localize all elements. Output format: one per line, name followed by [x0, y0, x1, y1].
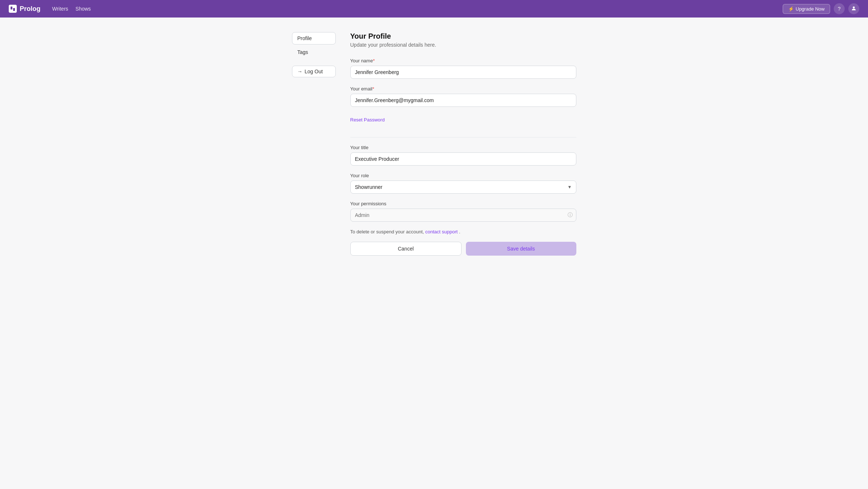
role-select-wrapper: Showrunner Writer Producer Director ▼: [350, 181, 576, 194]
help-icon: ?: [838, 6, 841, 12]
page-layout: Profile Tags → Log Out Your Profile Upda…: [270, 18, 598, 270]
reset-password-link[interactable]: Reset Password: [350, 117, 385, 123]
upgrade-button[interactable]: ⚡ Upgrade Now: [783, 4, 830, 14]
help-button[interactable]: ?: [834, 3, 845, 14]
name-required: *: [373, 58, 375, 63]
logout-icon: →: [297, 69, 303, 74]
email-input[interactable]: [350, 94, 576, 107]
permissions-label: Your permissions: [350, 201, 576, 206]
email-field-group: Your email*: [350, 86, 576, 107]
permissions-field-group: Your permissions ⓘ: [350, 201, 576, 222]
role-label: Your role: [350, 173, 576, 178]
logout-button[interactable]: → Log Out: [292, 66, 336, 77]
name-label: Your name*: [350, 58, 576, 63]
brand-icon: [9, 5, 17, 13]
profile-heading: Your Profile: [350, 32, 576, 40]
nav-links: Writers Shows: [52, 6, 771, 12]
upgrade-label: Upgrade Now: [796, 6, 825, 12]
contact-support-link[interactable]: contact support: [425, 229, 458, 234]
form-actions: Cancel Save details: [350, 242, 576, 256]
navbar: Prolog Writers Shows ⚡ Upgrade Now ?: [0, 0, 868, 18]
logout-label: Log Out: [305, 69, 323, 74]
upgrade-icon: ⚡: [788, 6, 794, 12]
svg-rect-1: [13, 8, 15, 11]
delete-notice: To delete or suspend your account, conta…: [350, 229, 576, 234]
email-required: *: [372, 86, 374, 92]
divider: [350, 137, 576, 137]
role-field-group: Your role Showrunner Writer Producer Dir…: [350, 173, 576, 194]
permissions-input: [350, 209, 576, 222]
sidebar: Profile Tags → Log Out: [292, 32, 336, 256]
cancel-button[interactable]: Cancel: [350, 242, 462, 256]
nav-link-writers[interactable]: Writers: [52, 6, 68, 12]
title-input[interactable]: [350, 152, 576, 166]
name-field-group: Your name*: [350, 58, 576, 79]
user-icon: [851, 5, 857, 12]
user-button[interactable]: [848, 3, 859, 14]
title-label: Your title: [350, 145, 576, 150]
save-button[interactable]: Save details: [466, 242, 576, 256]
nav-link-shows[interactable]: Shows: [75, 6, 91, 12]
main-content: Your Profile Update your professional de…: [350, 32, 576, 256]
brand-logo[interactable]: Prolog: [9, 5, 40, 13]
profile-subheading: Update your professional details here.: [350, 42, 576, 48]
sidebar-item-profile[interactable]: Profile: [292, 32, 336, 44]
nav-right: ⚡ Upgrade Now ?: [783, 3, 860, 14]
info-icon[interactable]: ⓘ: [568, 212, 573, 218]
title-field-group: Your title: [350, 145, 576, 166]
email-label: Your email*: [350, 86, 576, 92]
name-input[interactable]: [350, 66, 576, 79]
sidebar-item-tags[interactable]: Tags: [292, 46, 336, 58]
svg-point-2: [853, 6, 855, 8]
brand-name: Prolog: [20, 5, 40, 13]
svg-rect-0: [11, 7, 12, 9]
permissions-input-wrapper: ⓘ: [350, 209, 576, 222]
role-select[interactable]: Showrunner Writer Producer Director: [350, 181, 576, 194]
